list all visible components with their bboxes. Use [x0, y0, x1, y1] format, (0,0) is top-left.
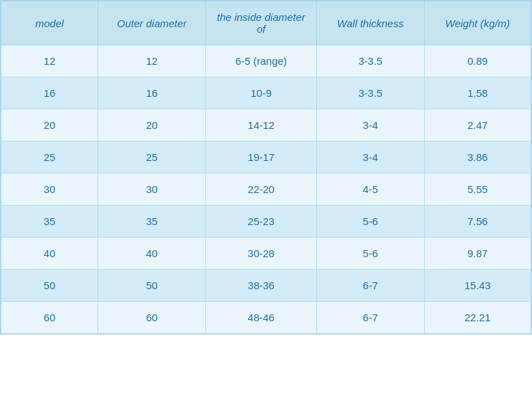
cell-wall_thickness: 5-6: [317, 238, 424, 270]
cell-inside_diameter: 38-36: [205, 270, 316, 302]
cell-outer_diameter: 40: [98, 238, 205, 270]
cell-model: 40: [1, 238, 98, 270]
cell-wall_thickness: 5-6: [317, 206, 424, 238]
cell-inside_diameter: 48-46: [205, 302, 316, 334]
cell-weight: 7.56: [424, 206, 531, 238]
cell-weight: 2.47: [424, 109, 531, 141]
cell-model: 35: [1, 206, 98, 238]
header-outer-diameter: Outer diameter: [98, 1, 205, 45]
cell-model: 12: [1, 45, 98, 77]
cell-model: 60: [1, 302, 98, 334]
table-row: 252519-173-43.86: [1, 141, 531, 174]
table-row: 404030-285-69.87: [1, 238, 531, 270]
cell-model: 50: [1, 270, 98, 302]
cell-outer_diameter: 35: [98, 206, 205, 238]
cell-outer_diameter: 25: [98, 141, 205, 174]
cell-outer_diameter: 60: [98, 302, 205, 334]
table-row: 161610-93-3.51.58: [1, 77, 531, 109]
cell-outer_diameter: 16: [98, 77, 205, 109]
table-row: 12126-5 (range)3-3.50.89: [1, 45, 531, 77]
cell-wall_thickness: 6-7: [317, 270, 424, 302]
table-row: 353525-235-67.56: [1, 206, 531, 238]
header-wall-thickness: Wall thickness: [317, 1, 424, 45]
cell-weight: 3.86: [424, 141, 531, 174]
data-table: model Outer diameter the inside diameter…: [0, 0, 532, 335]
table-row: 505038-366-715.43: [1, 270, 531, 302]
cell-weight: 15.43: [424, 270, 531, 302]
cell-inside_diameter: 19-17: [205, 141, 316, 174]
table-row: 303022-204-55.55: [1, 174, 531, 206]
cell-weight: 9.87: [424, 238, 531, 270]
cell-weight: 5.55: [424, 174, 531, 206]
cell-model: 16: [1, 77, 98, 109]
cell-model: 25: [1, 141, 98, 174]
cell-wall_thickness: 3-4: [317, 109, 424, 141]
cell-outer_diameter: 50: [98, 270, 205, 302]
cell-inside_diameter: 25-23: [205, 206, 316, 238]
cell-inside_diameter: 14-12: [205, 109, 316, 141]
cell-wall_thickness: 6-7: [317, 302, 424, 334]
cell-outer_diameter: 12: [98, 45, 205, 77]
cell-wall_thickness: 3-4: [317, 141, 424, 174]
cell-weight: 1.58: [424, 77, 531, 109]
cell-model: 20: [1, 109, 98, 141]
cell-wall_thickness: 3-3.5: [317, 45, 424, 77]
cell-model: 30: [1, 174, 98, 206]
header-row: model Outer diameter the inside diameter…: [1, 1, 531, 45]
cell-wall_thickness: 4-5: [317, 174, 424, 206]
cell-inside_diameter: 6-5 (range): [205, 45, 316, 77]
cell-inside_diameter: 22-20: [205, 174, 316, 206]
table-row: 202014-123-42.47: [1, 109, 531, 141]
header-inside-diameter: the inside diameter of: [205, 1, 316, 45]
cell-inside_diameter: 30-28: [205, 238, 316, 270]
header-model: model: [1, 1, 98, 45]
cell-outer_diameter: 20: [98, 109, 205, 141]
cell-inside_diameter: 10-9: [205, 77, 316, 109]
header-weight: Weight (kg/m): [424, 1, 531, 45]
cell-weight: 0.89: [424, 45, 531, 77]
cell-outer_diameter: 30: [98, 174, 205, 206]
cell-wall_thickness: 3-3.5: [317, 77, 424, 109]
table-row: 606048-466-722.21: [1, 302, 531, 334]
cell-weight: 22.21: [424, 302, 531, 334]
